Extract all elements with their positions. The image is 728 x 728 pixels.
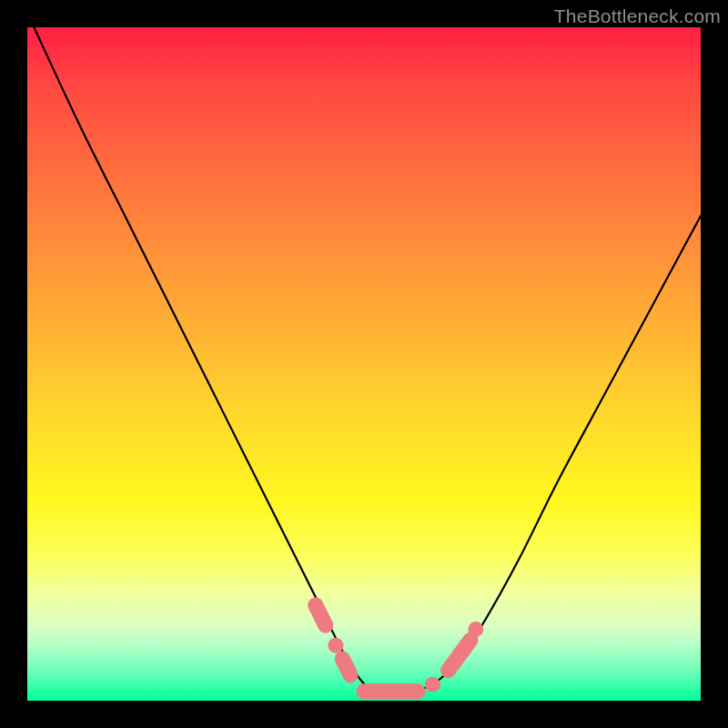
bottleneck-curve [34,27,701,695]
watermark-text: TheBottleneck.com [554,5,721,27]
marker-dot-6 [468,622,483,637]
chart-frame: TheBottleneck.com [0,0,728,728]
marker-pill-2 [342,659,350,675]
marker-dot-4 [425,677,440,693]
marker-dot-1 [328,638,343,653]
plot-area [27,27,701,701]
marker-pill-5 [449,640,470,670]
markers-group [316,605,484,693]
marker-pill-0 [316,605,326,625]
curve-svg [27,27,701,701]
